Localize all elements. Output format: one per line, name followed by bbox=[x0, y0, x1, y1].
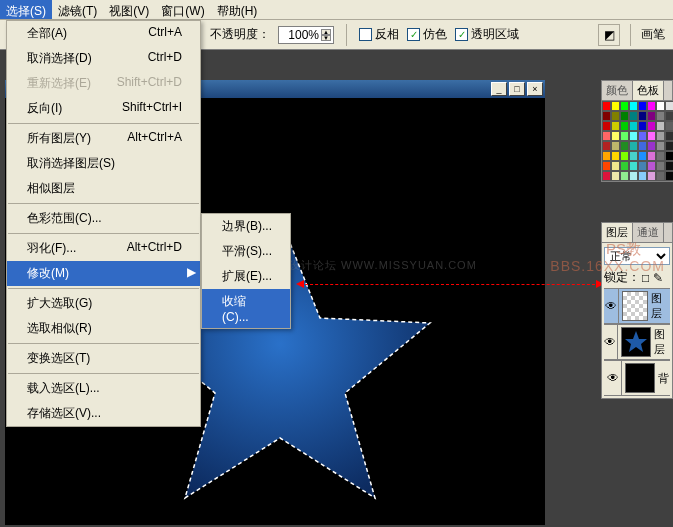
swatch[interactable] bbox=[620, 151, 629, 161]
swatch[interactable] bbox=[602, 131, 611, 141]
maximize-button[interactable]: □ bbox=[509, 82, 525, 96]
swatch[interactable] bbox=[602, 141, 611, 151]
menu-item-feather[interactable]: 羽化(F)...Alt+Ctrl+D bbox=[7, 236, 200, 261]
visibility-toggle[interactable]: 👁 bbox=[604, 325, 618, 359]
swatch[interactable] bbox=[647, 121, 656, 131]
swatch[interactable] bbox=[638, 161, 647, 171]
swatch[interactable] bbox=[665, 101, 673, 111]
opacity-field[interactable]: ▲▼ bbox=[278, 26, 334, 44]
menu-item-save-selection[interactable]: 存储选区(V)... bbox=[7, 401, 200, 426]
layer-thumbnail[interactable] bbox=[622, 291, 648, 321]
swatch[interactable] bbox=[611, 151, 620, 161]
swatch[interactable] bbox=[611, 161, 620, 171]
swatch[interactable] bbox=[602, 121, 611, 131]
visibility-toggle[interactable]: 👁 bbox=[604, 289, 619, 323]
swatch[interactable] bbox=[611, 101, 620, 111]
swatch[interactable] bbox=[638, 111, 647, 121]
minimize-button[interactable]: _ bbox=[491, 82, 507, 96]
tab-swatches[interactable]: 色板 bbox=[633, 81, 664, 100]
swatch[interactable] bbox=[656, 111, 665, 121]
tab-layers[interactable]: 图层 bbox=[602, 223, 633, 242]
menu-item-grow[interactable]: 扩大选取(G) bbox=[7, 291, 200, 316]
swatch[interactable] bbox=[656, 121, 665, 131]
swatch[interactable] bbox=[602, 111, 611, 121]
menu-window[interactable]: 窗口(W) bbox=[155, 0, 210, 19]
swatch[interactable] bbox=[656, 171, 665, 181]
swatch[interactable] bbox=[665, 121, 673, 131]
swatch[interactable] bbox=[647, 171, 656, 181]
swatch[interactable] bbox=[620, 131, 629, 141]
swatch[interactable] bbox=[620, 121, 629, 131]
swatch[interactable] bbox=[638, 101, 647, 111]
opacity-input[interactable] bbox=[281, 28, 319, 42]
opacity-down-icon[interactable]: ▼ bbox=[321, 35, 331, 41]
swatch[interactable] bbox=[629, 141, 638, 151]
tab-channels[interactable]: 通道 bbox=[633, 223, 664, 242]
swatch[interactable] bbox=[665, 131, 673, 141]
menu-item-color-range[interactable]: 色彩范围(C)... bbox=[7, 206, 200, 231]
menu-filter[interactable]: 滤镜(T) bbox=[52, 0, 103, 19]
swatch[interactable] bbox=[665, 141, 673, 151]
swatch[interactable] bbox=[611, 111, 620, 121]
checkbox-invert[interactable]: 反相 bbox=[359, 26, 399, 43]
swatch[interactable] bbox=[629, 111, 638, 121]
layer-name[interactable]: 图层 bbox=[654, 327, 670, 357]
swatch[interactable] bbox=[620, 161, 629, 171]
submenu-item-smooth[interactable]: 平滑(S)... bbox=[202, 239, 290, 264]
swatch[interactable] bbox=[629, 131, 638, 141]
layer-row[interactable]: 👁 图层 bbox=[604, 288, 670, 324]
menu-item-modify[interactable]: 修改(M)▶ bbox=[7, 261, 200, 286]
swatch[interactable] bbox=[647, 141, 656, 151]
swatch[interactable] bbox=[611, 121, 620, 131]
swatch[interactable] bbox=[620, 111, 629, 121]
menu-item-deselect-layers[interactable]: 取消选择图层(S) bbox=[7, 151, 200, 176]
checkbox-transparency[interactable]: ✓透明区域 bbox=[455, 26, 519, 43]
menu-item-all-layers[interactable]: 所有图层(Y)Alt+Ctrl+A bbox=[7, 126, 200, 151]
swatch[interactable] bbox=[629, 101, 638, 111]
menu-help[interactable]: 帮助(H) bbox=[211, 0, 264, 19]
swatch[interactable] bbox=[656, 151, 665, 161]
swatch[interactable] bbox=[620, 171, 629, 181]
swatch[interactable] bbox=[656, 101, 665, 111]
swatch[interactable] bbox=[602, 161, 611, 171]
swatch[interactable] bbox=[647, 111, 656, 121]
blend-mode-select[interactable]: 正常 bbox=[604, 247, 670, 265]
swatch[interactable] bbox=[602, 151, 611, 161]
layer-thumbnail[interactable] bbox=[625, 363, 655, 393]
swatch[interactable] bbox=[656, 141, 665, 151]
swatch[interactable] bbox=[638, 171, 647, 181]
swatch[interactable] bbox=[629, 151, 638, 161]
swatch[interactable] bbox=[647, 131, 656, 141]
layer-name[interactable]: 图层 bbox=[651, 291, 670, 321]
toolbar-icon-button[interactable]: ◩ bbox=[598, 24, 620, 46]
menu-view[interactable]: 视图(V) bbox=[103, 0, 155, 19]
checkbox-dither[interactable]: ✓仿色 bbox=[407, 26, 447, 43]
swatch[interactable] bbox=[620, 101, 629, 111]
swatch[interactable] bbox=[611, 141, 620, 151]
swatch[interactable] bbox=[665, 171, 673, 181]
submenu-item-contract[interactable]: 收缩(C)... bbox=[202, 289, 290, 328]
swatch[interactable] bbox=[620, 141, 629, 151]
swatch[interactable] bbox=[611, 171, 620, 181]
tab-color[interactable]: 颜色 bbox=[602, 81, 633, 100]
swatch[interactable] bbox=[638, 131, 647, 141]
swatch[interactable] bbox=[656, 131, 665, 141]
swatch[interactable] bbox=[656, 161, 665, 171]
menu-item-similar-layers[interactable]: 相似图层 bbox=[7, 176, 200, 201]
swatch[interactable] bbox=[647, 161, 656, 171]
menu-item-deselect[interactable]: 取消选择(D)Ctrl+D bbox=[7, 46, 200, 71]
submenu-item-expand[interactable]: 扩展(E)... bbox=[202, 264, 290, 289]
lock-icons[interactable]: □ ✎ bbox=[642, 271, 663, 285]
swatch[interactable] bbox=[638, 141, 647, 151]
layer-row[interactable]: 👁 背 bbox=[604, 360, 670, 396]
swatch[interactable] bbox=[647, 101, 656, 111]
swatch[interactable] bbox=[629, 121, 638, 131]
swatch[interactable] bbox=[602, 101, 611, 111]
visibility-toggle[interactable]: 👁 bbox=[604, 361, 622, 395]
swatch[interactable] bbox=[611, 131, 620, 141]
menu-item-inverse[interactable]: 反向(I)Shift+Ctrl+I bbox=[7, 96, 200, 121]
swatch[interactable] bbox=[629, 161, 638, 171]
menu-item-load-selection[interactable]: 载入选区(L)... bbox=[7, 376, 200, 401]
swatch[interactable] bbox=[665, 151, 673, 161]
swatch[interactable] bbox=[665, 111, 673, 121]
